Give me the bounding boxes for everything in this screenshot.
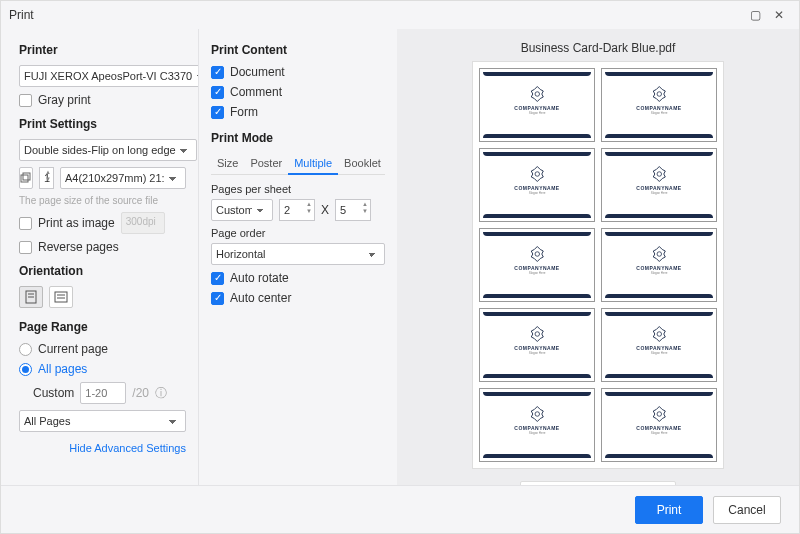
svg-point-11 [657,172,662,177]
print-settings-title: Print Settings [19,117,186,131]
tab-booklet[interactable]: Booklet [338,153,387,174]
preview-card: COMPANYNAMESlogan Here [479,68,595,142]
orientation-portrait[interactable] [19,286,43,308]
auto-center-label: Auto center [230,291,291,305]
custom-range-input[interactable] [80,382,126,404]
form-checkbox[interactable] [211,106,224,119]
pages-per-sheet-label: Pages per sheet [211,183,385,195]
preview-card: COMPANYNAMESlogan Here [479,308,595,382]
custom-range-label: Custom [33,386,74,400]
print-as-image-label: Print as image [38,216,115,230]
print-dialog: Print ▢ ✕ Printer FUJI XEROX ApeosPort-V… [0,0,800,534]
image-dpi-input: 300dpi [121,212,165,234]
close-icon[interactable]: ✕ [767,3,791,27]
titlebar: Print ▢ ✕ [1,1,799,29]
middle-pane: Print Content Document Comment Form Prin… [199,29,397,485]
svg-point-10 [535,172,540,177]
tab-multiple[interactable]: Multiple [288,153,338,175]
maximize-icon[interactable]: ▢ [743,3,767,27]
all-pages-radio[interactable] [19,363,32,376]
svg-rect-0 [21,175,28,182]
gray-print-label: Gray print [38,93,91,107]
auto-rotate-label: Auto rotate [230,271,289,285]
auto-rotate-checkbox[interactable] [211,272,224,285]
pps-rows-input[interactable]: 5▲▼ [335,199,371,221]
svg-point-12 [535,252,540,257]
preview-pane: Business Card-Dark Blue.pdf COMPANYNAMES… [397,29,799,485]
collate-icon[interactable] [19,167,33,189]
orientation-title: Orientation [19,264,186,278]
preview-card: COMPANYNAMESlogan Here [601,308,717,382]
pps-cols-input[interactable]: 2▲▼ [279,199,315,221]
svg-point-13 [657,252,662,257]
svg-rect-1 [23,173,30,180]
preview-grid: COMPANYNAMESlogan HereCOMPANYNAMESlogan … [472,61,724,469]
preview-card: COMPANYNAMESlogan Here [479,388,595,462]
all-pages-label: All pages [38,362,87,376]
tab-size[interactable]: Size [211,153,244,174]
preview-card: COMPANYNAMESlogan Here [601,228,717,302]
form-label: Form [230,105,258,119]
cancel-button[interactable]: Cancel [713,496,781,524]
dialog-footer: Print Cancel [1,485,799,533]
paper-size-select[interactable]: A4(210x297mm) 21: [60,167,186,189]
orientation-landscape[interactable] [49,286,73,308]
page-order-label: Page order [211,227,385,239]
print-mode-tabs: Size Poster Multiple Booklet [211,153,385,175]
gray-print-checkbox[interactable] [19,94,32,107]
print-mode-title: Print Mode [211,131,385,145]
comment-label: Comment [230,85,282,99]
reverse-pages-checkbox[interactable] [19,241,32,254]
pps-mode-select[interactable]: Custom [211,199,273,221]
preview-card: COMPANYNAMESlogan Here [479,148,595,222]
copies-input[interactable]: 1▲▼ [39,167,54,189]
hide-advanced-link[interactable]: Hide Advanced Settings [19,442,186,454]
svg-point-16 [535,412,540,417]
preview-filename: Business Card-Dark Blue.pdf [521,41,676,55]
printer-select[interactable]: FUJI XEROX ApeosPort-VI C3370 [19,65,199,87]
preview-card: COMPANYNAMESlogan Here [601,148,717,222]
comment-checkbox[interactable] [211,86,224,99]
print-button[interactable]: Print [635,496,703,524]
page-range-title: Page Range [19,320,186,334]
custom-range-total: /20 [132,386,149,400]
document-label: Document [230,65,285,79]
dialog-title: Print [9,8,34,22]
document-checkbox[interactable] [211,66,224,79]
current-page-label: Current page [38,342,108,356]
printer-section-title: Printer [19,43,186,57]
svg-point-17 [657,412,662,417]
page-size-hint: The page size of the source file [19,195,186,206]
tab-poster[interactable]: Poster [244,153,288,174]
svg-point-15 [657,332,662,337]
pps-x-label: X [321,203,329,217]
duplex-select[interactable]: Double sides-Flip on long edge [19,139,197,161]
svg-point-8 [535,92,540,97]
svg-point-14 [535,332,540,337]
print-content-title: Print Content [211,43,385,57]
svg-point-9 [657,92,662,97]
page-filter-select[interactable]: All Pages [19,410,186,432]
info-icon: ⓘ [155,385,167,402]
preview-card: COMPANYNAMESlogan Here [601,68,717,142]
preview-card: COMPANYNAMESlogan Here [479,228,595,302]
page-order-select[interactable]: Horizontal [211,243,385,265]
print-as-image-checkbox[interactable] [19,217,32,230]
reverse-pages-label: Reverse pages [38,240,119,254]
preview-card: COMPANYNAMESlogan Here [601,388,717,462]
current-page-radio[interactable] [19,343,32,356]
auto-center-checkbox[interactable] [211,292,224,305]
left-pane: Printer FUJI XEROX ApeosPort-VI C3370 ⚙ … [1,29,199,485]
svg-rect-5 [55,292,67,302]
